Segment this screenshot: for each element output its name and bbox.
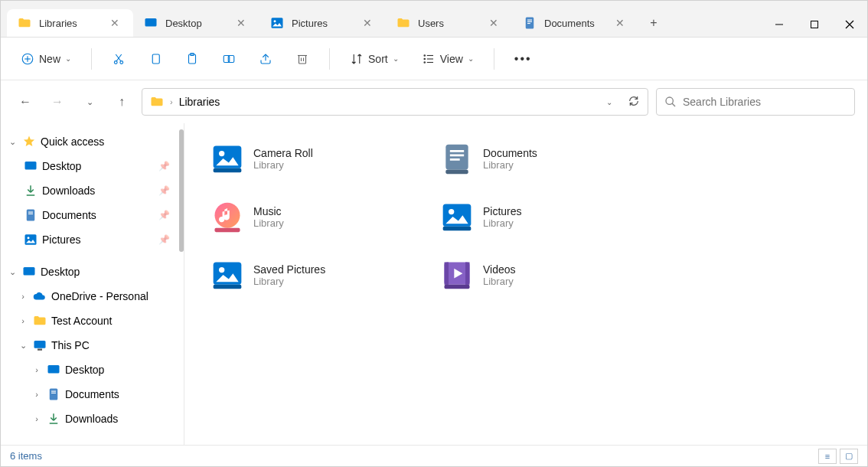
document-icon <box>523 16 537 30</box>
chevron-right-icon[interactable]: › <box>31 414 42 423</box>
scrollbar[interactable] <box>179 129 184 252</box>
svg-rect-5 <box>527 21 532 22</box>
sidebar-item-pictures[interactable]: Pictures 📌 <box>1 227 184 252</box>
sidebar-item-documents[interactable]: Documents 📌 <box>1 203 184 227</box>
chevron-right-icon[interactable]: › <box>18 316 28 325</box>
chevron-right-icon[interactable]: › <box>31 390 42 399</box>
pin-icon[interactable]: 📌 <box>158 185 170 196</box>
cut-button[interactable] <box>104 47 133 70</box>
refresh-button[interactable] <box>628 95 640 109</box>
tab-libraries[interactable]: Libraries ✕ <box>7 9 133 37</box>
chevron-down-icon: ⌄ <box>65 54 71 63</box>
forward-button[interactable]: → <box>45 90 70 114</box>
item-name: Documents <box>483 147 537 159</box>
paste-button[interactable] <box>178 47 207 70</box>
item-saved-pictures[interactable]: Saved PicturesLibrary <box>207 255 406 295</box>
copy-button[interactable] <box>141 47 170 70</box>
separator <box>91 48 92 70</box>
svg-rect-37 <box>27 210 35 221</box>
new-tab-button[interactable]: + <box>638 9 669 37</box>
sort-button[interactable]: Sort ⌄ <box>342 47 406 70</box>
address-bar[interactable]: › Libraries ⌄ <box>142 88 648 116</box>
svg-rect-6 <box>527 23 530 24</box>
chevron-down-icon[interactable]: ⌄ <box>606 98 612 106</box>
sidebar-quick-access[interactable]: ⌄ Quick access <box>1 129 184 154</box>
sidebar: ⌄ Quick access Desktop 📌 Downloads 📌 Doc… <box>1 123 184 445</box>
tab-label: Users <box>418 18 444 29</box>
svg-rect-43 <box>34 341 46 348</box>
sort-label: Sort <box>368 53 388 65</box>
chevron-down-icon[interactable]: ⌄ <box>7 137 18 147</box>
recent-button[interactable]: ⌄ <box>77 90 102 114</box>
share-button[interactable] <box>251 47 280 70</box>
item-type: Library <box>483 276 516 287</box>
pin-icon[interactable]: 📌 <box>158 161 170 171</box>
maximize-button[interactable] <box>797 12 832 37</box>
svg-line-35 <box>672 103 675 106</box>
breadcrumb-separator: › <box>170 97 173 106</box>
chevron-down-icon[interactable]: ⌄ <box>7 267 18 277</box>
sidebar-item-desktop[interactable]: Desktop 📌 <box>1 154 184 178</box>
up-button[interactable]: ↑ <box>109 90 134 114</box>
minimize-button[interactable] <box>762 12 797 37</box>
svg-rect-0 <box>145 18 157 27</box>
svg-point-60 <box>449 209 454 214</box>
close-icon[interactable]: ✕ <box>107 15 122 31</box>
desktop-icon <box>24 159 38 173</box>
close-icon[interactable]: ✕ <box>486 15 501 31</box>
close-icon[interactable]: ✕ <box>233 15 249 31</box>
new-button[interactable]: New ⌄ <box>13 47 79 70</box>
pictures-icon <box>24 233 38 247</box>
desktop-icon <box>47 363 60 377</box>
close-button[interactable] <box>832 12 867 37</box>
pin-icon[interactable]: 📌 <box>158 234 170 245</box>
item-pictures[interactable]: PicturesLibrary <box>437 197 636 237</box>
item-music[interactable]: MusicLibrary <box>207 197 406 237</box>
sidebar-onedrive[interactable]: › OneDrive - Personal <box>1 284 184 309</box>
chevron-right-icon[interactable]: › <box>18 292 28 301</box>
view-button[interactable]: View ⌄ <box>414 47 481 70</box>
svg-rect-51 <box>214 168 242 173</box>
tab-users[interactable]: Users ✕ <box>386 9 512 37</box>
svg-rect-18 <box>152 54 159 64</box>
close-icon[interactable]: ✕ <box>612 15 628 31</box>
desktop-icon <box>22 265 36 279</box>
more-button[interactable]: ••• <box>507 47 540 70</box>
chevron-right-icon[interactable]: › <box>31 365 42 374</box>
sidebar-desktop-root[interactable]: ⌄ Desktop <box>1 260 184 284</box>
item-documents[interactable]: DocumentsLibrary <box>437 139 636 178</box>
svg-rect-54 <box>450 155 464 157</box>
close-icon[interactable]: ✕ <box>360 15 375 31</box>
tab-desktop[interactable]: Desktop ✕ <box>133 9 259 37</box>
folder-icon <box>18 16 31 30</box>
document-icon <box>47 387 60 401</box>
sidebar-pc-desktop[interactable]: › Desktop <box>1 358 184 382</box>
svg-rect-38 <box>28 212 33 213</box>
sidebar-pc-downloads[interactable]: › Downloads <box>1 407 184 431</box>
sidebar-test-account[interactable]: › Test Account <box>1 309 184 333</box>
icons-view-button[interactable]: ▢ <box>840 449 858 464</box>
tree-label: This PC <box>51 339 90 351</box>
music-library-icon <box>210 200 244 234</box>
breadcrumb-location[interactable]: Libraries <box>179 96 220 108</box>
rename-button[interactable] <box>214 47 243 70</box>
svg-rect-53 <box>450 150 464 152</box>
item-videos[interactable]: VideosLibrary <box>437 255 636 295</box>
details-view-button[interactable]: ≡ <box>818 449 837 464</box>
tab-label: Desktop <box>165 18 202 29</box>
desktop-icon <box>144 16 158 30</box>
sidebar-item-downloads[interactable]: Downloads 📌 <box>1 178 184 203</box>
pin-icon[interactable]: 📌 <box>158 210 170 220</box>
back-button[interactable]: ← <box>13 90 38 114</box>
search-box[interactable] <box>656 88 855 116</box>
view-controls: ≡ ▢ <box>818 449 858 464</box>
tab-documents[interactable]: Documents ✕ <box>512 9 638 37</box>
chevron-down-icon[interactable]: ⌄ <box>18 341 28 351</box>
sidebar-this-pc[interactable]: ⌄ This PC <box>1 333 184 358</box>
delete-button[interactable] <box>288 47 317 70</box>
item-camera-roll[interactable]: Camera RollLibrary <box>207 139 406 178</box>
svg-rect-66 <box>445 263 449 285</box>
sidebar-pc-documents[interactable]: › Documents <box>1 382 184 407</box>
search-input[interactable] <box>683 96 847 108</box>
tab-pictures[interactable]: Pictures ✕ <box>259 9 386 37</box>
